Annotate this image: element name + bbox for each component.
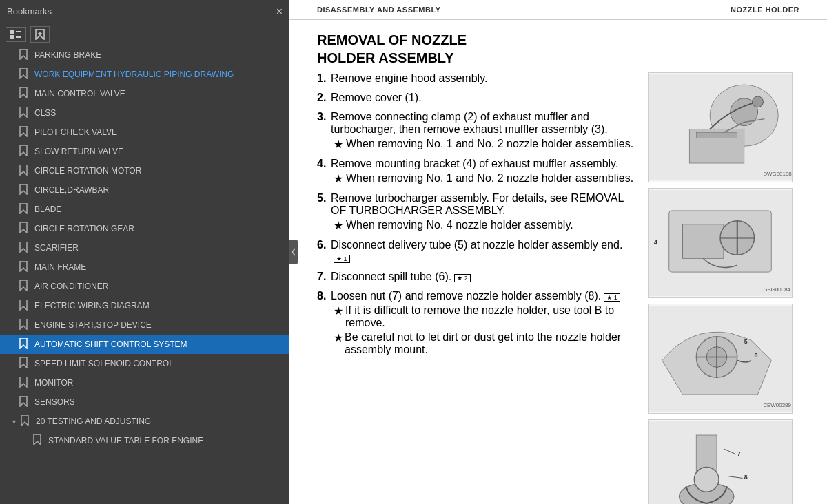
- svg-marker-12: [20, 145, 27, 156]
- svg-text:6: 6: [755, 352, 758, 359]
- sidebar-item-slow-return-valve[interactable]: SLOW RETURN VALVE: [0, 142, 289, 161]
- step-1: 1. Remove engine hood assembly.: [317, 72, 634, 85]
- bookmark-icon-engine-start-stop: [19, 319, 29, 331]
- sidebar-item-circle-rotation-motor[interactable]: CIRCLE ROTATION MOTOR: [0, 161, 289, 180]
- step-number: 3.: [317, 111, 328, 151]
- sidebar-item-scarifier[interactable]: SCARIFIER: [0, 238, 289, 258]
- svg-text:7: 7: [737, 450, 741, 457]
- svg-marker-21: [20, 319, 27, 329]
- bookmark-icon-monitor: [19, 377, 29, 389]
- sidebar-item-main-frame[interactable]: MAIN FRAME: [0, 258, 289, 277]
- step-4: 4. Remove mounting bracket (4) of exhaus…: [317, 158, 634, 185]
- step-content: Remove cover (1).: [331, 92, 634, 104]
- bookmark-icon-scarifier: [19, 242, 29, 254]
- sidebar-item-parking-brake[interactable]: PARKING BRAKE: [0, 45, 289, 65]
- svg-marker-13: [20, 165, 27, 175]
- step-text: Disconnect spill tube (6).: [331, 271, 451, 282]
- svg-text:5: 5: [744, 338, 748, 345]
- sidebar-item-label-work-equipment: WORK EQUIPMENT HYDRAULIC PIPING DRAWING: [34, 70, 284, 79]
- step-content: Disconnect delivery tube (5) at nozzle h…: [331, 239, 634, 264]
- svg-marker-22: [20, 338, 27, 348]
- svg-marker-15: [20, 203, 27, 213]
- svg-text:8: 8: [744, 474, 748, 481]
- step-number: 2.: [317, 92, 328, 104]
- bookmark-add-icon: [35, 29, 45, 40]
- step-note-text: When removing No. 4 nozzle holder assemb…: [346, 219, 573, 232]
- sidebar-item-testing-adjusting[interactable]: ▾ 20 TESTING AND ADJUSTING: [0, 412, 289, 431]
- svg-marker-10: [20, 107, 27, 117]
- bookmark-icon-main-control-valve: [19, 87, 29, 100]
- bookmark-icon-slow-return-valve: [19, 145, 29, 158]
- sidebar-item-auto-shift[interactable]: AUTOMATIC SHIFT CONTROL SYSTEM: [0, 335, 289, 354]
- collapse-arrow-testing-adjusting[interactable]: ▾: [8, 416, 19, 427]
- close-button[interactable]: ×: [276, 6, 283, 17]
- machinery-illustration-1: DWG00108: [649, 73, 792, 182]
- sidebar-item-main-control-valve[interactable]: MAIN CONTROL VALVE: [0, 84, 289, 103]
- bookmark-icon-work-equipment: [19, 68, 29, 81]
- sidebar-title: Bookmarks: [7, 6, 52, 17]
- svg-point-32: [753, 96, 764, 107]
- step-text: Loosen nut (7) and remove nozzle holder …: [331, 290, 601, 302]
- step-content: Remove mounting bracket (4) of exhaust m…: [331, 158, 634, 185]
- sidebar-item-blade[interactable]: BLADE: [0, 200, 289, 219]
- sidebar-item-standard-value[interactable]: STANDARD VALUE TABLE FOR ENGINE: [0, 431, 289, 450]
- step-content: Remove engine hood assembly.: [331, 72, 634, 85]
- step-number: 5.: [317, 192, 328, 232]
- sidebar-item-work-equipment[interactable]: WORK EQUIPMENT HYDRAULIC PIPING DRAWING: [0, 65, 289, 84]
- sidebar-item-label-pilot-check-valve: PILOT CHECK VALVE: [34, 127, 284, 137]
- sidebar-item-label-speed-solenoid: SPEED LIMIT SOLENOID CONTROL: [34, 359, 284, 368]
- sidebar-item-circle-drawbar[interactable]: CIRCLE,DRAWBAR: [0, 180, 289, 200]
- sidebar-item-label-circle-drawbar: CIRCLE,DRAWBAR: [34, 185, 284, 195]
- sidebar-item-monitor[interactable]: MONITOR: [0, 373, 289, 392]
- step-content: Loosen nut (7) and remove nozzle holder …: [331, 290, 634, 356]
- sidebar-item-label-circle-rotation-gear: CIRCLE ROTATION GEAR: [34, 224, 284, 233]
- bookmark-view-button[interactable]: [30, 26, 50, 43]
- doc-image-3: 5 6 CEW00389: [648, 304, 793, 414]
- svg-rect-33: [696, 132, 737, 138]
- sidebar-item-label-blade: BLADE: [34, 204, 284, 214]
- bookmark-icon-circle-rotation-motor: [19, 165, 29, 177]
- step-text: Remove connecting clamp (2) of exhaust m…: [331, 111, 608, 135]
- bookmark-icon-blade: [19, 203, 29, 216]
- svg-marker-24: [20, 377, 27, 387]
- machinery-illustration-2: 4 GBG00084: [649, 189, 792, 297]
- doc-image-4: 7 8 CEW00370: [648, 419, 793, 504]
- svg-marker-20: [20, 300, 27, 310]
- svg-marker-7: [20, 49, 27, 59]
- sidebar-header: Bookmarks ×: [0, 0, 289, 23]
- sidebar-item-circle-rotation-gear[interactable]: CIRCLE ROTATION GEAR: [0, 219, 289, 238]
- sidebar-collapse-handle[interactable]: [289, 240, 298, 264]
- svg-marker-16: [20, 222, 27, 233]
- star-symbol: ★: [334, 138, 343, 151]
- sidebar-item-engine-start-stop[interactable]: ENGINE START,STOP DEVICE: [0, 315, 289, 335]
- sidebar-item-speed-solenoid[interactable]: SPEED LIMIT SOLENOID CONTROL: [0, 354, 289, 373]
- list-view-button[interactable]: [6, 27, 26, 42]
- sidebar-item-label-air-conditioner: AIR CONDITIONER: [34, 282, 284, 291]
- svg-text:CEW00389: CEW00389: [763, 402, 791, 408]
- bookmark-icon-auto-shift: [19, 338, 29, 350]
- svg-marker-25: [20, 396, 27, 406]
- sidebar-item-label-monitor: MONITOR: [34, 378, 284, 388]
- bookmark-icon-pilot-check-valve: [19, 126, 29, 138]
- bookmark-icon-speed-solenoid: [19, 357, 29, 370]
- star-symbol: ★: [334, 172, 343, 185]
- svg-marker-14: [20, 184, 27, 194]
- image-group-3: 5 6 CEW00389: [648, 304, 799, 414]
- step-8: 8. Loosen nut (7) and remove nozzle hold…: [317, 290, 634, 356]
- star-symbol: ★: [334, 219, 343, 232]
- machinery-illustration-4: 7 8 CEW00370: [649, 420, 792, 504]
- svg-rect-3: [16, 36, 21, 38]
- sidebar-item-sensors[interactable]: SENSORS: [0, 392, 289, 412]
- svg-marker-11: [20, 126, 27, 136]
- sidebar-item-clss[interactable]: CLSS: [0, 103, 289, 123]
- svg-marker-9: [20, 87, 27, 98]
- sidebar-item-label-auto-shift: AUTOMATIC SHIFT CONTROL SYSTEM: [34, 339, 284, 349]
- sidebar: Bookmarks × PARKING BRAKE WORK: [0, 0, 289, 504]
- sidebar-item-electric-wiring[interactable]: ELECTRIC WIRING DIAGRAM: [0, 296, 289, 315]
- sidebar-item-pilot-check-valve[interactable]: PILOT CHECK VALVE: [0, 123, 289, 142]
- steps-column: 1. Remove engine hood assembly. 2. Remov…: [317, 72, 634, 504]
- sidebar-item-air-conditioner[interactable]: AIR CONDITIONER: [0, 277, 289, 296]
- step-note-text: Be careful not to let dirt or dust get i…: [345, 331, 634, 356]
- step-content: Remove turbocharger assembly. For detail…: [331, 192, 634, 232]
- svg-marker-23: [20, 357, 27, 368]
